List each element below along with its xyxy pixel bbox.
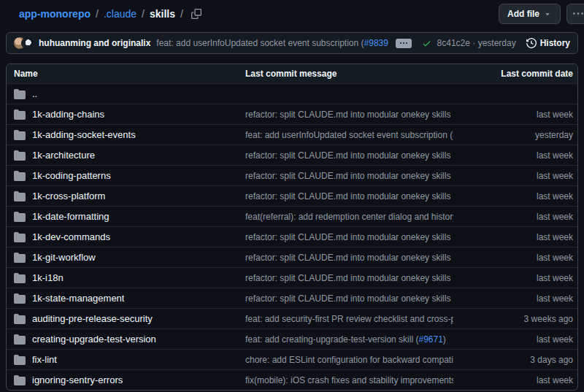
pr-link[interactable]: #9671 xyxy=(418,334,442,345)
latest-commit-bar: huhuanming and originalix feat: add user… xyxy=(6,32,578,54)
commit-meta: 8c41c2e · yesterday History xyxy=(437,38,570,48)
pr-link[interactable]: #9839 xyxy=(364,38,388,48)
commit-date: last week xyxy=(453,334,577,345)
breadcrumb: app-monorepo / .claude / skills / xyxy=(19,8,201,20)
chevron-down-icon xyxy=(543,9,552,18)
folder-icon xyxy=(14,129,26,141)
commit-date: last week xyxy=(453,375,577,385)
column-header-name: Name xyxy=(7,69,245,79)
commit-description-toggle[interactable] xyxy=(396,39,412,48)
folder-icon xyxy=(14,191,26,202)
table-row: 1k-i18n refactor: split CLAUDE.md into m… xyxy=(7,267,577,288)
commit-message-link[interactable]: refactor: split CLAUDE.md into modular o… xyxy=(245,253,453,263)
commit-authors-link[interactable]: huhuanming and originalix xyxy=(39,38,150,48)
add-file-button[interactable]: Add file xyxy=(499,4,561,24)
commit-message: feat: add userInfoUpdated socket event s… xyxy=(156,38,388,48)
commit-date: last week xyxy=(453,171,577,181)
breadcrumb-repo-link[interactable]: app-monorepo xyxy=(19,8,91,20)
folder-icon xyxy=(14,170,26,182)
folder-name-link[interactable]: 1k-adding-socket-events xyxy=(32,129,136,140)
table-row: fix-lint chore: add ESLint configuration… xyxy=(7,349,577,369)
table-row: 1k-dev-commands refactor: split CLAUDE.m… xyxy=(7,226,577,247)
commit-date: last week xyxy=(453,150,577,161)
pr-ref: (#9839) xyxy=(361,38,388,48)
commit-message-link[interactable]: refactor: split CLAUDE.md into modular o… xyxy=(245,293,453,304)
folder-icon xyxy=(14,88,26,100)
table-row: 1k-architecture refactor: split CLAUDE.m… xyxy=(7,145,577,165)
history-icon xyxy=(526,38,537,48)
breadcrumb-dir-link[interactable]: .claude xyxy=(104,8,137,20)
folder-name-link[interactable]: 1k-date-formatting xyxy=(32,211,110,222)
topbar: app-monorepo / .claude / skills / Add fi… xyxy=(0,0,584,28)
table-row: 1k-state-management refactor: split CLAU… xyxy=(7,288,577,308)
breadcrumb-separator: / xyxy=(142,8,145,20)
table-row: auditing-pre-release-security feat: add … xyxy=(7,308,577,328)
dot-separator: · xyxy=(472,38,475,48)
folder-icon xyxy=(14,313,26,325)
table-row: 1k-git-workflow refactor: split CLAUDE.m… xyxy=(7,247,577,267)
folder-name-link[interactable]: 1k-dev-commands xyxy=(32,231,110,242)
commit-authors-avatars[interactable] xyxy=(14,37,33,49)
folder-icon xyxy=(14,150,26,161)
commit-message-link[interactable]: feat: add creating-upgrade-test-version … xyxy=(245,334,415,345)
folder-name-link[interactable]: 1k-state-management xyxy=(32,293,124,304)
files-table-header: Name Last commit message Last commit dat… xyxy=(7,64,577,83)
commit-message-link[interactable]: refactor: split CLAUDE.md into modular o… xyxy=(245,232,453,242)
commit-message-link[interactable]: feat: add userInfoUpdated socket event s… xyxy=(245,130,450,140)
commit-message-link[interactable]: refactor: split CLAUDE.md into modular o… xyxy=(245,150,453,161)
breadcrumb-separator: / xyxy=(96,8,99,20)
history-label: History xyxy=(540,38,570,48)
checks-status-icon[interactable] xyxy=(422,39,431,48)
commit-time: yesterday xyxy=(478,38,516,48)
folder-icon xyxy=(14,354,26,366)
add-file-label: Add file xyxy=(507,9,539,19)
folder-icon xyxy=(14,293,26,304)
copy-path-button[interactable] xyxy=(191,9,201,19)
commit-message-link[interactable]: refactor: split CLAUDE.md into modular o… xyxy=(245,273,453,283)
commit-message-link[interactable]: refactor: split CLAUDE.md into modular o… xyxy=(245,191,453,201)
folder-name-link[interactable]: 1k-git-workflow xyxy=(32,252,96,263)
parent-directory-link[interactable]: .. xyxy=(32,88,37,99)
commit-message-link[interactable]: feat(referral): add redemption center di… xyxy=(245,212,453,222)
file-rows: .. 1k-adding-chains refactor: split CLAU… xyxy=(7,83,577,390)
column-header-date: Last commit date xyxy=(453,69,577,79)
commit-date: last week xyxy=(453,109,577,120)
commit-message-link[interactable]: feat: add security-first PR review check… xyxy=(245,314,453,324)
commit-date: yesterday xyxy=(453,130,577,140)
folder-icon xyxy=(14,211,26,223)
commit-message-link[interactable]: feat: add userInfoUpdated socket event s… xyxy=(156,38,358,48)
commit-date: last week xyxy=(453,191,577,201)
history-button[interactable]: History xyxy=(526,38,570,48)
commit-date: last week xyxy=(453,212,577,222)
folder-name-link[interactable]: 1k-cross-platform xyxy=(32,191,105,201)
folder-name-link[interactable]: ignoring-sentry-errors xyxy=(32,374,123,385)
folder-name-link[interactable]: 1k-architecture xyxy=(32,150,95,161)
commit-message-link[interactable]: refactor: split CLAUDE.md into modular o… xyxy=(245,109,453,120)
folder-icon xyxy=(14,334,26,345)
commit-message-link[interactable]: refactor: split CLAUDE.md into modular o… xyxy=(245,171,453,181)
commit-sha[interactable]: 8c41c2e xyxy=(437,38,470,48)
files-table: Name Last commit message Last commit dat… xyxy=(6,64,578,391)
table-row: 1k-adding-chains refactor: split CLAUDE.… xyxy=(7,104,577,124)
folder-name-link[interactable]: creating-upgrade-test-version xyxy=(32,334,156,345)
commit-date: last week xyxy=(453,273,577,283)
page-actions: Add file xyxy=(499,4,584,24)
commit-message-link[interactable]: chore: add ESLint configuration for back… xyxy=(245,355,453,365)
commit-date: last week xyxy=(453,232,577,242)
commit-message-link[interactable]: fix(mobile): iOS crash fixes and stabili… xyxy=(245,375,453,385)
table-row: 1k-date-formatting feat(referral): add r… xyxy=(7,206,577,226)
table-row: creating-upgrade-test-version feat: add … xyxy=(7,328,577,349)
folder-icon xyxy=(14,109,26,120)
more-options-button[interactable] xyxy=(566,4,584,24)
folder-name-link[interactable]: 1k-coding-patterns xyxy=(32,170,111,181)
folder-icon xyxy=(14,231,26,243)
folder-name-link[interactable]: 1k-adding-chains xyxy=(32,109,104,120)
table-row: 1k-cross-platform refactor: split CLAUDE… xyxy=(7,185,577,206)
breadcrumb-separator: / xyxy=(180,8,183,20)
folder-name-link[interactable]: auditing-pre-release-security xyxy=(32,313,153,324)
commit-sha-time[interactable]: 8c41c2e · yesterday xyxy=(437,38,516,48)
column-header-message: Last commit message xyxy=(245,69,453,79)
folder-name-link[interactable]: 1k-i18n xyxy=(32,272,64,283)
folder-name-link[interactable]: fix-lint xyxy=(32,354,57,365)
commit-date: last week xyxy=(453,253,577,263)
